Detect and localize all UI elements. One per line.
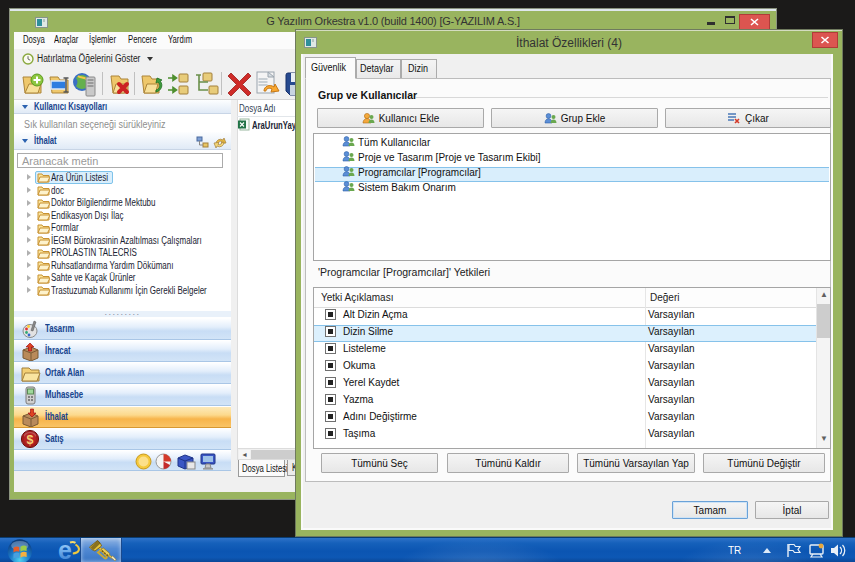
svg-text:$: $ [27,433,34,447]
